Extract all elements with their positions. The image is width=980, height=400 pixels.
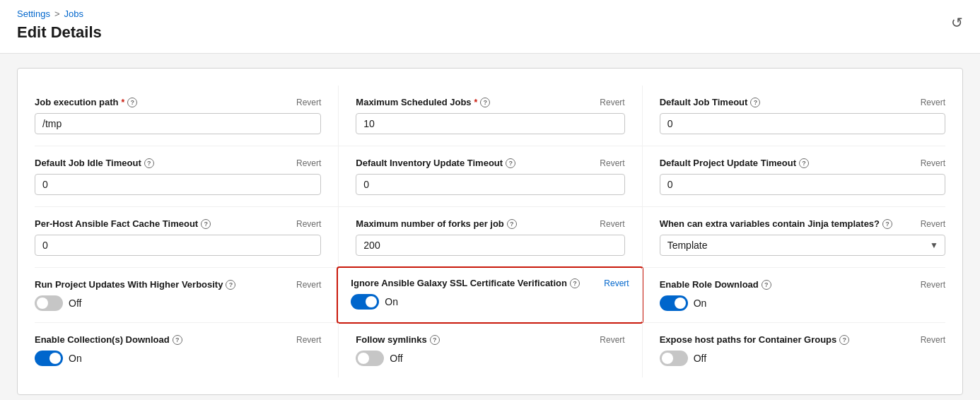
label-row-expose-host-paths-for-container-groups: Expose host paths for Container Groups?R… xyxy=(660,334,945,345)
help-icon-default-job-timeout[interactable]: ? xyxy=(750,98,760,107)
field-label-when-can-extra-variables-contain-jinja-templates: When can extra variables contain Jinja t… xyxy=(660,218,892,229)
help-icon-follow-symlinks[interactable]: ? xyxy=(430,335,440,345)
label-row-ignore-ansible-galaxy-ssl-certificate-verification: Ignore Ansible Galaxy SSL Certificate Ve… xyxy=(351,278,629,288)
text-input-per-host-ansible-fact-cache-timeout[interactable] xyxy=(35,235,321,256)
label-row-run-project-updates-with-higher-verbosity: Run Project Updates With Higher Verbosit… xyxy=(35,279,321,290)
toggle-expose-host-paths-for-container-groups[interactable] xyxy=(660,351,688,366)
field-cell-expose-host-paths-for-container-groups: Expose host paths for Container Groups?R… xyxy=(642,323,945,377)
revert-button-default-inventory-update-timeout[interactable]: Revert xyxy=(600,158,624,168)
revert-button-default-job-timeout[interactable]: Revert xyxy=(921,98,945,107)
toggle-enable-role-download[interactable] xyxy=(660,295,688,311)
revert-button-default-job-idle-timeout[interactable]: Revert xyxy=(296,158,321,168)
breadcrumb: Settings > Jobs xyxy=(17,8,963,19)
text-input-default-inventory-update-timeout[interactable] xyxy=(356,174,624,195)
fields-row-4: Enable Collection(s) Download?RevertOnFo… xyxy=(35,323,945,377)
field-label-expose-host-paths-for-container-groups: Expose host paths for Container Groups? xyxy=(660,334,850,345)
field-label-text-maximum-scheduled-jobs: Maximum Scheduled Jobs xyxy=(356,97,471,107)
revert-button-run-project-updates-with-higher-verbosity[interactable]: Revert xyxy=(296,280,321,290)
help-icon-run-project-updates-with-higher-verbosity[interactable]: ? xyxy=(226,280,235,290)
help-icon-expose-host-paths-for-container-groups[interactable]: ? xyxy=(839,335,849,345)
field-label-text-job-execution-path: Job execution path xyxy=(35,97,118,107)
fields-row-0: Job execution path *?RevertMaximum Sched… xyxy=(35,86,945,146)
fields-row-1: Default Job Idle Timeout?RevertDefault I… xyxy=(35,146,945,207)
field-label-enable-collections-download: Enable Collection(s) Download? xyxy=(35,334,182,345)
text-input-maximum-number-of-forks-per-job[interactable] xyxy=(356,235,624,256)
text-input-default-project-update-timeout[interactable] xyxy=(660,174,945,195)
help-icon-per-host-ansible-fact-cache-timeout[interactable]: ? xyxy=(201,219,211,229)
history-button[interactable]: ↺ xyxy=(951,14,963,31)
field-label-maximum-scheduled-jobs: Maximum Scheduled Jobs *? xyxy=(356,97,490,107)
text-input-job-execution-path[interactable] xyxy=(35,113,321,134)
revert-button-maximum-scheduled-jobs[interactable]: Revert xyxy=(600,98,624,107)
breadcrumb-separator: > xyxy=(54,8,60,19)
revert-button-maximum-number-of-forks-per-job[interactable]: Revert xyxy=(600,219,624,229)
select-input-when-can-extra-variables-contain-jinja-templates[interactable]: TemplateAlwaysNever xyxy=(660,235,945,256)
toggle-run-project-updates-with-higher-verbosity[interactable] xyxy=(35,295,63,311)
help-icon-ignore-ansible-galaxy-ssl-certificate-verification[interactable]: ? xyxy=(570,278,580,288)
toggle-row-expose-host-paths-for-container-groups: Off xyxy=(660,351,945,366)
field-cell-job-execution-path: Job execution path *?Revert xyxy=(35,86,338,146)
revert-button-follow-symlinks[interactable]: Revert xyxy=(600,335,624,345)
help-icon-enable-collections-download[interactable]: ? xyxy=(173,335,182,345)
settings-card: Job execution path *?RevertMaximum Sched… xyxy=(17,68,963,395)
label-row-maximum-number-of-forks-per-job: Maximum number of forks per job?Revert xyxy=(356,218,624,229)
toggle-row-run-project-updates-with-higher-verbosity: Off xyxy=(35,295,321,311)
field-label-job-execution-path: Job execution path *? xyxy=(35,97,137,107)
revert-button-enable-collections-download[interactable]: Revert xyxy=(296,335,321,345)
toggle-slider-expose-host-paths-for-container-groups xyxy=(660,351,688,366)
revert-button-default-project-update-timeout[interactable]: Revert xyxy=(921,158,945,168)
help-icon-maximum-scheduled-jobs[interactable]: ? xyxy=(480,98,490,107)
help-icon-enable-role-download[interactable]: ? xyxy=(762,280,771,290)
help-icon-maximum-number-of-forks-per-job[interactable]: ? xyxy=(507,219,517,229)
revert-button-enable-role-download[interactable]: Revert xyxy=(921,280,945,290)
field-label-maximum-number-of-forks-per-job: Maximum number of forks per job? xyxy=(356,218,516,229)
label-row-job-execution-path: Job execution path *?Revert xyxy=(35,97,321,107)
field-label-run-project-updates-with-higher-verbosity: Run Project Updates With Higher Verbosit… xyxy=(35,279,235,290)
field-cell-when-can-extra-variables-contain-jinja-templates: When can extra variables contain Jinja t… xyxy=(642,207,945,267)
field-cell-ignore-ansible-galaxy-ssl-certificate-verification: Ignore Ansible Galaxy SSL Certificate Ve… xyxy=(337,266,643,324)
toggle-row-follow-symlinks: Off xyxy=(356,351,624,366)
field-label-text-per-host-ansible-fact-cache-timeout: Per-Host Ansible Fact Cache Timeout xyxy=(35,218,198,229)
text-input-default-job-timeout[interactable] xyxy=(660,113,945,134)
label-row-follow-symlinks: Follow symlinks?Revert xyxy=(356,334,624,345)
help-icon-default-project-update-timeout[interactable]: ? xyxy=(799,158,809,168)
label-row-default-job-idle-timeout: Default Job Idle Timeout?Revert xyxy=(35,158,321,168)
revert-button-when-can-extra-variables-contain-jinja-templates[interactable]: Revert xyxy=(921,219,945,229)
field-label-text-expose-host-paths-for-container-groups: Expose host paths for Container Groups xyxy=(660,334,837,345)
field-label-text-enable-role-download: Enable Role Download xyxy=(660,279,759,290)
breadcrumb-settings[interactable]: Settings xyxy=(17,8,50,19)
toggle-enable-collections-download[interactable] xyxy=(35,351,63,366)
toggle-label-enable-role-download: On xyxy=(694,298,707,309)
help-icon-job-execution-path[interactable]: ? xyxy=(127,98,137,107)
fields-row-3: Run Project Updates With Higher Verbosit… xyxy=(35,268,945,323)
field-label-text-ignore-ansible-galaxy-ssl-certificate-verification: Ignore Ansible Galaxy SSL Certificate Ve… xyxy=(351,278,567,288)
revert-button-expose-host-paths-for-container-groups[interactable]: Revert xyxy=(921,335,945,345)
toggle-row-enable-collections-download: On xyxy=(35,351,321,366)
field-label-default-job-idle-timeout: Default Job Idle Timeout? xyxy=(35,158,154,168)
help-icon-when-can-extra-variables-contain-jinja-templates[interactable]: ? xyxy=(882,219,892,229)
breadcrumb-jobs[interactable]: Jobs xyxy=(64,8,83,19)
field-label-text-enable-collections-download: Enable Collection(s) Download xyxy=(35,334,170,345)
field-label-default-job-timeout: Default Job Timeout? xyxy=(660,97,761,107)
field-cell-default-inventory-update-timeout: Default Inventory Update Timeout?Revert xyxy=(338,146,641,206)
text-input-default-job-idle-timeout[interactable] xyxy=(35,174,321,195)
field-cell-default-job-timeout: Default Job Timeout?Revert xyxy=(642,86,945,146)
text-input-maximum-scheduled-jobs[interactable] xyxy=(356,113,624,134)
revert-button-per-host-ansible-fact-cache-timeout[interactable]: Revert xyxy=(296,219,321,229)
field-label-text-when-can-extra-variables-contain-jinja-templates: When can extra variables contain Jinja t… xyxy=(660,218,880,229)
field-label-text-default-inventory-update-timeout: Default Inventory Update Timeout xyxy=(356,158,503,168)
field-cell-enable-collections-download: Enable Collection(s) Download?RevertOn xyxy=(35,323,338,377)
label-row-maximum-scheduled-jobs: Maximum Scheduled Jobs *?Revert xyxy=(356,97,624,107)
help-icon-default-job-idle-timeout[interactable]: ? xyxy=(144,158,154,168)
help-icon-default-inventory-update-timeout[interactable]: ? xyxy=(506,158,515,168)
revert-button-job-execution-path[interactable]: Revert xyxy=(296,98,321,107)
toggle-label-run-project-updates-with-higher-verbosity: Off xyxy=(69,298,81,309)
field-label-follow-symlinks: Follow symlinks? xyxy=(356,334,439,345)
revert-button-ignore-ansible-galaxy-ssl-certificate-verification[interactable]: Revert xyxy=(604,278,629,288)
toggle-label-follow-symlinks: Off xyxy=(390,353,402,364)
required-star-job-execution-path: * xyxy=(121,98,124,107)
field-cell-maximum-number-of-forks-per-job: Maximum number of forks per job?Revert xyxy=(338,207,641,267)
toggle-ignore-ansible-galaxy-ssl-certificate-verification[interactable] xyxy=(351,294,379,310)
toggle-slider-run-project-updates-with-higher-verbosity xyxy=(35,295,63,311)
toggle-follow-symlinks[interactable] xyxy=(356,351,384,366)
